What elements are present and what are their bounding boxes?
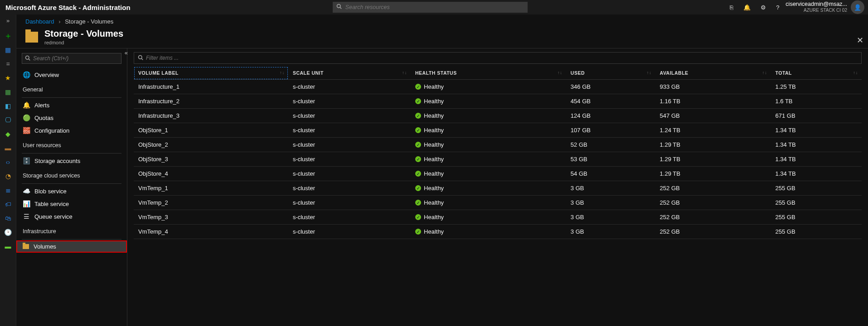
healthy-icon: ✓ (415, 185, 421, 191)
nav-label: Storage accounts (34, 158, 80, 164)
collapse-nav-icon[interactable]: « (125, 49, 128, 56)
nav-item-volumes[interactable]: Volumes (16, 240, 127, 253)
table-row[interactable]: ObjStore_4s-cluster✓Healthy54 GB1.29 TB1… (134, 167, 862, 181)
nav-item-configuration[interactable]: 🧱 Configuration (16, 124, 127, 137)
sort-icon: ↑↓ (402, 70, 407, 75)
col-available[interactable]: Available↑↓ (655, 67, 771, 80)
nav-item-queue-service[interactable]: ☰ Queue service (16, 210, 127, 223)
cell-total: 671 GB (771, 109, 862, 123)
settings-icon[interactable]: ⚙ (761, 4, 766, 11)
sort-icon: ↑↓ (280, 70, 285, 75)
table-row[interactable]: ObjStore_1s-cluster✓Healthy107 GB1.24 TB… (134, 123, 862, 138)
sort-icon: ↑↓ (558, 70, 563, 75)
col-health-status[interactable]: Health Status↑↓ (411, 67, 566, 80)
configuration-icon: 🧱 (23, 127, 30, 134)
table-row[interactable]: ObjStore_3s-cluster✓Healthy53 GB1.29 TB1… (134, 152, 862, 167)
cell-health: ✓Healthy (411, 210, 566, 225)
search-icon (336, 4, 342, 10)
rail-cube-icon[interactable]: ◧ (4, 101, 13, 110)
rail-favorites-icon[interactable]: ★ (4, 73, 13, 82)
cell-volume-label: VmTemp_4 (134, 225, 288, 239)
table-row[interactable]: VmTemp_2s-cluster✓Healthy3 GB252 GB255 G… (134, 196, 862, 210)
cell-total: 1.34 TB (771, 152, 862, 167)
cell-volume-label: ObjStore_4 (134, 167, 288, 181)
nav-item-table-service[interactable]: 📊 Table service (16, 197, 127, 210)
rail-tag-icon[interactable]: 🏷 (4, 200, 13, 209)
rail-resource-icon[interactable]: ◆ (4, 129, 13, 139)
nav-search[interactable] (22, 53, 121, 64)
table-icon: 📊 (23, 200, 30, 207)
col-volume-label[interactable]: Volume Label↑↓ (134, 67, 288, 80)
breadcrumb-separator: › (58, 18, 60, 25)
cloud-shell-icon[interactable]: ⎘ (730, 4, 733, 11)
cell-volume-label: ObjStore_2 (134, 138, 288, 152)
cell-used: 52 GB (566, 138, 655, 152)
cell-available: 1.29 TB (655, 152, 771, 167)
rail-all-services-icon[interactable]: ▦ (4, 87, 13, 96)
table-row[interactable]: VmTemp_1s-cluster✓Healthy3 GB252 GB255 G… (134, 181, 862, 196)
rail-key-icon[interactable]: ▬ (4, 144, 13, 153)
nav-pane: « 🌐 Overview General 🔔 Alerts 🟢 Q (16, 48, 127, 326)
nav-search-input[interactable] (33, 55, 118, 62)
help-icon[interactable]: ? (776, 4, 779, 11)
breadcrumb-root[interactable]: Dashboard (25, 18, 54, 25)
rail-list-icon[interactable]: ≡ (4, 59, 13, 68)
page-subtitle: redmond (44, 40, 123, 45)
close-blade-button[interactable]: ✕ (857, 35, 863, 45)
rail-bag-icon[interactable]: 🛍 (4, 214, 13, 223)
nav-item-blob-service[interactable]: ☁️ Blob service (16, 185, 127, 197)
table-row[interactable]: ObjStore_2s-cluster✓Healthy52 GB1.29 TB1… (134, 138, 862, 152)
nav-group-user-resources: User resources (16, 137, 127, 151)
page-header: Storage - Volumes redmond (16, 29, 868, 48)
nav-item-quotas[interactable]: 🟢 Quotas (16, 111, 127, 124)
cell-used: 454 GB (566, 94, 655, 109)
col-scale-unit[interactable]: Scale Unit↑↓ (288, 67, 411, 80)
cell-total: 1.25 TB (771, 80, 862, 94)
nav-item-storage-accounts[interactable]: 🗄️ Storage accounts (16, 154, 127, 167)
rail-lines-icon[interactable]: ≣ (4, 186, 13, 195)
sort-icon: ↑↓ (647, 70, 652, 75)
nav-label: Quotas (34, 115, 53, 121)
nav-item-alerts[interactable]: 🔔 Alerts (16, 99, 127, 111)
rail-monitor-icon[interactable]: 🖵 (4, 115, 13, 125)
cell-total: 1.6 TB (771, 94, 862, 109)
cell-available: 252 GB (655, 196, 771, 210)
filter-input[interactable] (146, 55, 858, 61)
rail-code-icon[interactable]: ‹› (4, 158, 13, 167)
global-search-wrap (333, 2, 528, 13)
rail-dashboard-icon[interactable]: ▦ (4, 45, 13, 54)
cell-health: ✓Healthy (411, 225, 566, 239)
col-total[interactable]: Total↑↓ (771, 67, 862, 80)
cell-health: ✓Healthy (411, 152, 566, 167)
filter-bar[interactable] (134, 52, 862, 64)
healthy-icon: ✓ (415, 200, 421, 206)
avatar-icon[interactable]: 👤 (851, 0, 864, 14)
svg-line-1 (340, 7, 341, 9)
nav-item-overview[interactable]: 🌐 Overview (16, 68, 127, 81)
account-block[interactable]: ciserviceadmin@msaz... AZURE STACK CI 02… (786, 0, 864, 14)
col-used[interactable]: Used↑↓ (566, 67, 655, 80)
cell-used: 107 GB (566, 123, 655, 138)
cell-available: 1.24 TB (655, 123, 771, 138)
nav-label: Overview (34, 72, 59, 78)
rail-gauge-icon[interactable]: ◔ (4, 172, 13, 181)
table-row[interactable]: VmTemp_4s-cluster✓Healthy3 GB252 GB255 G… (134, 225, 862, 239)
global-search-input[interactable] (333, 2, 528, 13)
table-row[interactable]: Infrastructure_3s-cluster✓Healthy124 GB5… (134, 109, 862, 123)
table-row[interactable]: VmTemp_3s-cluster✓Healthy3 GB252 GB255 G… (134, 210, 862, 225)
page-title: Storage - Volumes (44, 29, 123, 39)
notifications-icon[interactable]: 🔔 (743, 4, 751, 11)
rail-storage-icon[interactable]: ▬ (4, 242, 13, 251)
cell-scale-unit: s-cluster (288, 225, 411, 239)
table-row[interactable]: Infrastructure_2s-cluster✓Healthy454 GB1… (134, 94, 862, 109)
create-resource-icon[interactable]: ＋ (4, 31, 13, 40)
rail-clock-icon[interactable]: 🕑 (4, 228, 13, 237)
cell-used: 3 GB (566, 181, 655, 196)
cell-used: 3 GB (566, 210, 655, 225)
queue-icon: ☰ (23, 213, 30, 220)
cell-total: 1.34 TB (771, 138, 862, 152)
quotas-icon: 🟢 (23, 114, 30, 121)
expand-rail-icon[interactable]: » (6, 17, 10, 26)
cell-scale-unit: s-cluster (288, 138, 411, 152)
table-row[interactable]: Infrastructure_1s-cluster✓Healthy346 GB9… (134, 80, 862, 94)
